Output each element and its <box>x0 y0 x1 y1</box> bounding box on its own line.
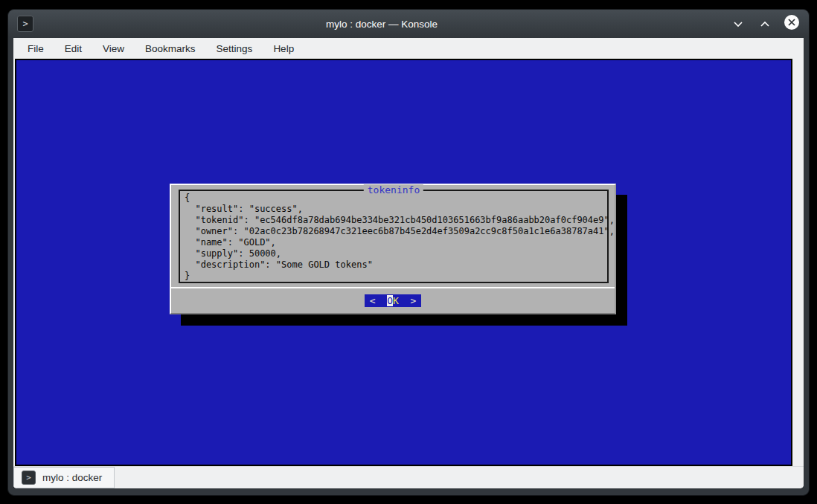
close-icon <box>784 14 800 33</box>
menu-edit[interactable]: Edit <box>63 42 83 56</box>
terminal-screen[interactable]: tokeninfo { "result": "success", "tokeni… <box>15 59 792 466</box>
dialog-json-output: { "result": "success", "tokenid": "ec546… <box>180 191 607 283</box>
dialog-text-frame: tokeninfo { "result": "success", "tokeni… <box>179 190 609 283</box>
chevron-up-icon <box>760 17 770 30</box>
menu-bookmarks[interactable]: Bookmarks <box>144 42 197 56</box>
maximize-button[interactable] <box>757 16 773 32</box>
scrollbar-track[interactable] <box>792 59 804 466</box>
titlebar[interactable]: > mylo : docker — Konsole <box>8 10 809 38</box>
konsole-window: > mylo : docker — Konsole <box>7 9 810 496</box>
konsole-app-icon[interactable]: > <box>17 16 33 32</box>
close-button[interactable] <box>784 16 800 32</box>
minimize-button[interactable] <box>730 16 746 32</box>
tab-mylo-docker[interactable]: > mylo : docker <box>13 467 115 488</box>
terminal-row: tokeninfo { "result": "success", "tokeni… <box>13 59 804 466</box>
menu-help[interactable]: Help <box>272 42 295 56</box>
tokeninfo-dialog: tokeninfo { "result": "success", "tokeni… <box>170 184 616 314</box>
button-hotkey-char: K <box>393 295 399 306</box>
terminal-prompt-glyph: > <box>22 19 28 29</box>
dialog-title: tokeninfo <box>364 184 423 196</box>
tab-label: mylo : docker <box>42 472 102 483</box>
window-content: File Edit View Bookmarks Settings Help t… <box>13 38 804 488</box>
button-cursor-char: O <box>387 295 393 306</box>
window-title: mylo : docker — Konsole <box>33 19 730 30</box>
ok-button[interactable]: < OK > <box>365 294 422 307</box>
chevron-down-icon <box>733 17 743 30</box>
tabbar: > mylo : docker <box>13 466 804 488</box>
menubar: File Edit View Bookmarks Settings Help <box>13 38 804 59</box>
window-controls <box>730 16 800 32</box>
dialog-button-row: < OK > <box>171 288 615 313</box>
tab-terminal-icon: > <box>22 471 36 485</box>
menu-file[interactable]: File <box>26 42 45 56</box>
menu-view[interactable]: View <box>101 42 126 56</box>
menu-settings[interactable]: Settings <box>215 42 254 56</box>
